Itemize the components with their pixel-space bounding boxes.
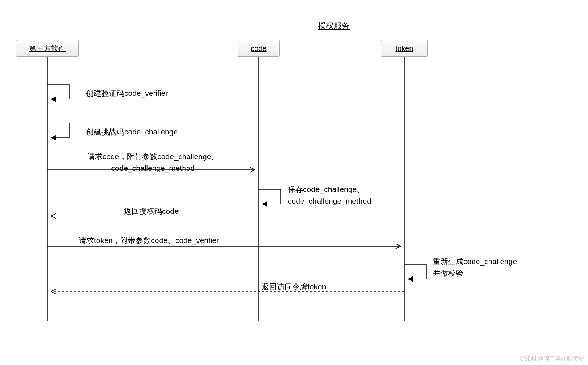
group-title: 授权服务 <box>318 20 350 31</box>
msg-regen-challenge-line2: 并做校验 <box>433 269 463 277</box>
watermark: CSDN @阿昌喜欢吃黄桃 <box>520 355 584 363</box>
msg-save-challenge-line2: code_challenge_method <box>288 197 371 205</box>
msg-request-code: 请求code，附带参数code_challenge、 code_challeng… <box>58 151 248 174</box>
msg-request-token: 请求token，附带参数code、code_verifier <box>79 235 219 246</box>
msg-regen-challenge-line1: 重新生成code_challenge <box>433 257 517 266</box>
participant-client-label: 第三方软件 <box>29 44 66 54</box>
msg-save-challenge: 保存code_challenge、 code_challenge_method <box>288 184 397 207</box>
msg-return-token: 返回访问令牌token <box>262 282 326 292</box>
participant-code-label: code <box>251 44 266 53</box>
msg-request-code-line2: code_challenge_method <box>111 164 195 172</box>
msg-create-challenge: 创建挑战码code_challenge <box>86 127 178 137</box>
msg-request-code-line1: 请求code，附带参数code_challenge、 <box>87 152 219 161</box>
msg-regen-challenge: 重新生成code_challenge 并做校验 <box>433 256 542 279</box>
participant-token: token <box>381 40 428 57</box>
participant-token-label: token <box>396 44 413 53</box>
msg-return-code: 返回授权码code <box>124 206 179 216</box>
msg-create-verifier: 创建验证码code_verifier <box>86 88 168 98</box>
participant-code: code <box>238 40 280 57</box>
sequence-diagram: 授权服务 第三方软件 code token 创建验证码code_verifier… <box>0 0 588 365</box>
msg-save-challenge-line1: 保存code_challenge、 <box>288 185 364 193</box>
participant-client: 第三方软件 <box>16 40 79 57</box>
